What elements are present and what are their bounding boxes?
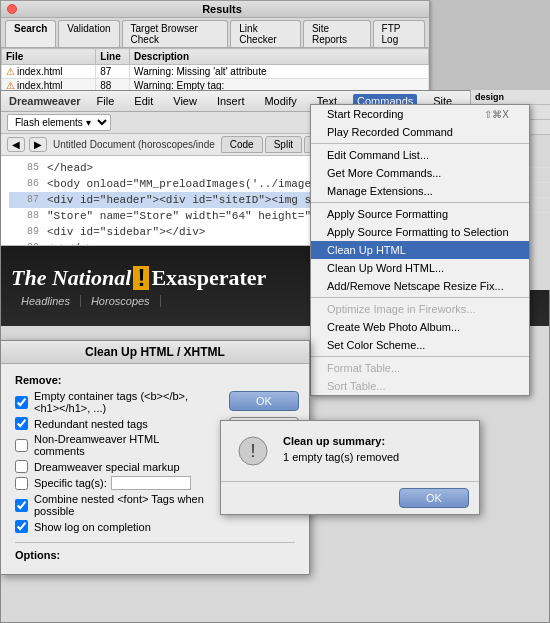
remove-option-row: Non-Dreamweaver HTML comments	[15, 433, 205, 457]
menu-view[interactable]: View	[169, 94, 201, 108]
summary-body: ! Clean up summary: 1 empty tag(s) remov…	[221, 421, 479, 481]
results-titlebar: Results	[1, 1, 429, 18]
cleanup-dialog-title: Clean Up HTML / XHTML	[1, 341, 309, 364]
flash-elements-selector[interactable]: Flash elements ▾	[7, 114, 111, 131]
svg-text:!: !	[250, 441, 255, 461]
summary-text-area: Clean up summary: 1 empty tag(s) removed	[283, 435, 465, 463]
line-number: 89	[9, 224, 39, 240]
menu-item: Optimize Image in Fireworks...	[311, 300, 529, 318]
close-icon[interactable]	[7, 4, 17, 14]
site-title-part1: The National	[11, 265, 131, 291]
menu-item-label: Edit Command List...	[327, 149, 429, 161]
menu-item-label: Get More Commands...	[327, 167, 441, 179]
site-title-part2: Exasperater	[151, 265, 266, 291]
menu-item-label: Play Recorded Command	[327, 126, 453, 138]
tab-split[interactable]: Split	[265, 136, 302, 153]
app-name: Dreamweaver	[9, 95, 81, 107]
tab-ftp-log[interactable]: FTP Log	[373, 20, 425, 47]
prev-btn[interactable]: ◀	[7, 137, 25, 152]
menu-item-label: Manage Extensions...	[327, 185, 433, 197]
cleanup-ok-button[interactable]: OK	[229, 391, 299, 411]
tab-link-checker[interactable]: Link Checker	[230, 20, 301, 47]
divider	[15, 542, 295, 543]
nav-headlines[interactable]: Headlines	[11, 295, 81, 307]
tab-validation[interactable]: Validation	[58, 20, 119, 47]
checkbox-cb1[interactable]	[15, 396, 28, 409]
tab-search[interactable]: Search	[5, 20, 56, 47]
menu-item[interactable]: Start Recording⇧⌘X	[311, 105, 529, 123]
checkbox-cb4[interactable]	[15, 460, 28, 473]
tab-target-browser[interactable]: Target Browser Check	[122, 20, 229, 47]
menu-insert[interactable]: Insert	[213, 94, 249, 108]
menu-item-label: Sort Table...	[327, 380, 386, 392]
summary-message: 1 empty tag(s) removed	[283, 451, 465, 463]
menu-item[interactable]: Apply Source Formatting to Selection	[311, 223, 529, 241]
menu-divider	[311, 297, 529, 298]
commands-dropdown: Start Recording⇧⌘XPlay Recorded CommandE…	[310, 104, 530, 396]
next-btn[interactable]: ▶	[29, 137, 47, 152]
menu-item-label: Clean Up HTML	[327, 244, 406, 256]
menu-item[interactable]: Create Web Photo Album...	[311, 318, 529, 336]
line-number: 87	[9, 192, 39, 208]
tab-site-reports[interactable]: Site Reports	[303, 20, 371, 47]
specific-tags-input[interactable]	[111, 476, 191, 490]
menu-item: Sort Table...	[311, 377, 529, 395]
menu-item-label: Create Web Photo Album...	[327, 321, 460, 333]
menu-item[interactable]: Apply Source Formatting	[311, 205, 529, 223]
menu-item[interactable]: Set Color Scheme...	[311, 336, 529, 354]
col-line: Line	[96, 49, 130, 65]
checkbox-cb2[interactable]	[15, 417, 28, 430]
tab-code[interactable]: Code	[221, 136, 263, 153]
menu-divider	[311, 356, 529, 357]
nav-horoscopes[interactable]: Horoscopes	[81, 295, 161, 307]
line-number: 85	[9, 160, 39, 176]
menu-item-label: Add/Remove Netscape Resize Fix...	[327, 280, 504, 292]
option-row: Combine nested <font> Tags when possible	[15, 493, 205, 517]
shortcut: ⇧⌘X	[484, 109, 509, 120]
window-title: Untitled Document (horoscopes/inde	[53, 139, 215, 150]
menu-item[interactable]: Play Recorded Command	[311, 123, 529, 141]
checkbox-label: Specific tag(s):	[34, 477, 107, 489]
desc-cell: Warning: Missing 'alt' attribute	[130, 65, 429, 79]
line-number: 88	[9, 208, 39, 224]
checkbox-label: Empty container tags (<b></b>, <h1></h1>…	[34, 390, 205, 414]
remove-option-row: Empty container tags (<b></b>, <h1></h1>…	[15, 390, 205, 414]
line-content: <div id="sidebar"></div>	[47, 224, 205, 240]
menu-edit[interactable]: Edit	[130, 94, 157, 108]
menu-divider	[311, 143, 529, 144]
menu-item-label: Clean Up Word HTML...	[327, 262, 444, 274]
menu-item-label: Set Color Scheme...	[327, 339, 425, 351]
menu-item[interactable]: Clean Up HTML	[311, 241, 529, 259]
checkbox-cb5[interactable]	[15, 477, 28, 490]
summary-footer: OK	[221, 481, 479, 514]
menu-item[interactable]: Edit Command List...	[311, 146, 529, 164]
menu-modify[interactable]: Modify	[260, 94, 300, 108]
col-desc: Description	[130, 49, 429, 65]
results-title: Results	[21, 3, 423, 15]
menu-item[interactable]: Get More Commands...	[311, 164, 529, 182]
checkbox-label: Non-Dreamweaver HTML comments	[34, 433, 205, 457]
option-opt2[interactable]	[15, 520, 28, 533]
menu-item[interactable]: Clean Up Word HTML...	[311, 259, 529, 277]
remove-option-row: Dreamweaver special markup	[15, 460, 205, 473]
line-number: 86	[9, 176, 39, 192]
warning-icon: !	[235, 435, 271, 467]
checkbox-cb3[interactable]	[15, 439, 28, 452]
line-content: </head>	[47, 160, 93, 176]
option-label: Combine nested <font> Tags when possible	[34, 493, 205, 517]
menu-file[interactable]: File	[93, 94, 119, 108]
summary-title: Clean up summary:	[283, 435, 465, 447]
table-row[interactable]: ⚠index.html 87 Warning: Missing 'alt' at…	[2, 65, 429, 79]
menu-item[interactable]: Add/Remove Netscape Resize Fix...	[311, 277, 529, 295]
option-opt1[interactable]	[15, 499, 28, 512]
file-cell: ⚠index.html	[2, 65, 96, 79]
remove-label: Remove:	[15, 374, 295, 386]
rpanel-design-tab[interactable]: design	[471, 90, 550, 105]
checkbox-label: Dreamweaver special markup	[34, 461, 180, 473]
menu-item-label: Apply Source Formatting to Selection	[327, 226, 509, 238]
menu-item-label: Start Recording	[327, 108, 403, 120]
summary-ok-button[interactable]: OK	[399, 488, 469, 508]
menu-item[interactable]: Manage Extensions...	[311, 182, 529, 200]
checkbox-label: Redundant nested tags	[34, 418, 148, 430]
option-row: Show log on completion	[15, 520, 205, 533]
